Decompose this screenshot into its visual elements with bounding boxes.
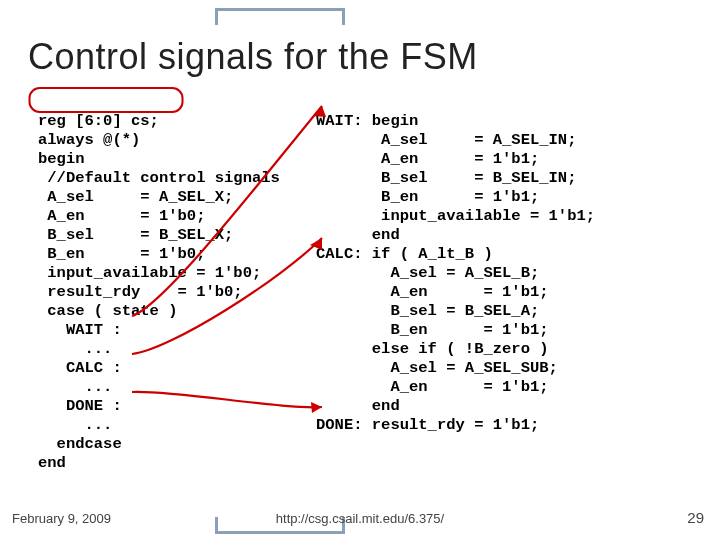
slide: Control signals for the FSM reg [6:0] cs… xyxy=(0,0,720,540)
slide-title: Control signals for the FSM xyxy=(28,36,478,78)
top-bracket-deco xyxy=(215,8,345,31)
footer-url: http://csg.csail.mit.edu/6.375/ xyxy=(0,511,720,526)
reg-callout-oval xyxy=(28,87,183,113)
code-left-block: reg [6:0] cs; always @(*) begin //Defaul… xyxy=(38,112,280,473)
footer-page-number: 29 xyxy=(687,509,704,526)
code-right-block: WAIT: begin A_sel = A_SEL_IN; A_en = 1'b… xyxy=(316,112,595,435)
